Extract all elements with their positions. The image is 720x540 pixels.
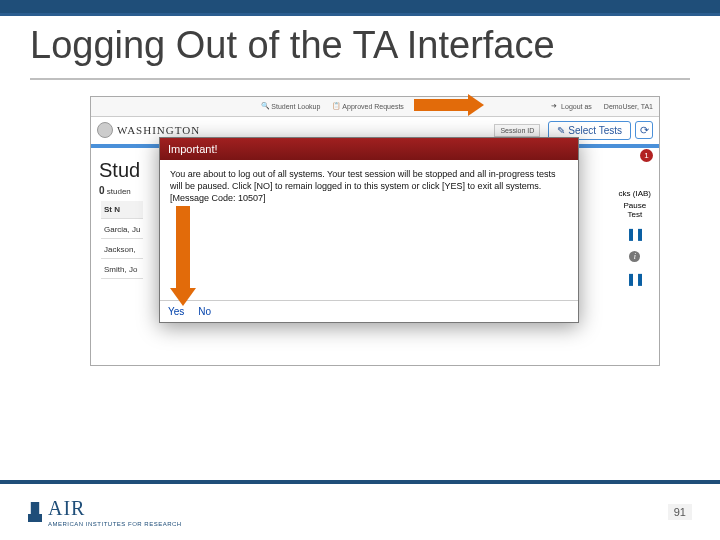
col-name: St N [101, 201, 143, 219]
air-logo: AIR AMERICAN INSTITUTES FOR RESEARCH [28, 497, 182, 527]
logout-confirm-dialog: Important! You are about to log out of a… [159, 137, 579, 323]
count-label: studen [107, 187, 131, 196]
logout-label: Logout as [561, 103, 592, 110]
logout-icon: ➜ [551, 102, 559, 110]
slide-top-accent [0, 0, 720, 16]
pause-icon[interactable]: ❚❚ [619, 227, 651, 241]
state-seal-icon [97, 122, 113, 138]
table-row: Jackson, [101, 241, 143, 259]
students-heading: Stud [99, 159, 140, 182]
right-columns: cks (IAB) Pause Test ❚❚ i ❚❚ [619, 189, 651, 286]
table-row: Garcia, Ju [101, 221, 143, 239]
cell-name: Smith, Jo [101, 261, 143, 279]
info-icon[interactable]: i [629, 251, 640, 262]
slide-title: Logging Out of the TA Interface [30, 24, 690, 68]
page-number: 91 [668, 504, 692, 520]
air-logo-text: AIR [48, 497, 182, 520]
dialog-buttons: Yes No [160, 300, 578, 322]
notification-badge[interactable]: 1 [640, 149, 653, 162]
students-table: St N Garcia, Ju Jackson, Smith, Jo [99, 199, 145, 281]
col-iab: cks (IAB) [619, 189, 651, 198]
cell-name: Jackson, [101, 241, 143, 259]
no-button[interactable]: No [198, 306, 211, 317]
slide-footer: AIR AMERICAN INSTITUTES FOR RESEARCH 91 [0, 480, 720, 540]
dialog-titlebar: Important! [160, 138, 578, 160]
pencil-icon: ✎ [557, 125, 565, 136]
badge-count: 1 [640, 149, 653, 162]
approved-requests-label: Approved Requests [342, 103, 403, 110]
col-pause: Pause Test [619, 201, 651, 219]
student-lookup-link[interactable]: 🔍Student Lookup [261, 102, 320, 110]
title-area: Logging Out of the TA Interface [0, 16, 720, 76]
refresh-icon: ⟳ [640, 124, 649, 137]
clipboard-icon: 📋 [332, 102, 340, 110]
table-row: Smith, Jo [101, 261, 143, 279]
top-menu-bar: 🔍Student Lookup 📋Approved Requests 🖨Prin… [91, 97, 659, 117]
dialog-title: Important! [168, 143, 218, 155]
callout-arrow-yes [170, 206, 196, 306]
approved-requests-link[interactable]: 📋Approved Requests [332, 102, 403, 110]
brand-text: WASHINGTON [117, 124, 200, 136]
student-count: 0 studen [99, 185, 131, 196]
title-underline [30, 78, 690, 80]
table-header-row: St N [101, 201, 143, 219]
air-logo-subtitle: AMERICAN INSTITUTES FOR RESEARCH [48, 521, 182, 527]
yes-button[interactable]: Yes [168, 306, 184, 317]
content-area: 🔍Student Lookup 📋Approved Requests 🖨Prin… [90, 96, 660, 366]
pause-icon[interactable]: ❚❚ [619, 272, 651, 286]
air-column-icon [28, 502, 42, 522]
current-user: DemoUser, TA1 [604, 103, 653, 110]
logout-link[interactable]: ➜Logout as [551, 102, 592, 110]
student-lookup-label: Student Lookup [271, 103, 320, 110]
callout-arrow-logout [414, 94, 484, 116]
cell-name: Garcia, Ju [101, 221, 143, 239]
session-id-box: Session ID [494, 124, 540, 137]
dialog-body: You are about to log out of all systems.… [160, 160, 578, 300]
search-icon: 🔍 [261, 102, 269, 110]
select-tests-label: Select Tests [568, 125, 622, 136]
count-number: 0 [99, 185, 105, 196]
refresh-button[interactable]: ⟳ [635, 121, 653, 139]
